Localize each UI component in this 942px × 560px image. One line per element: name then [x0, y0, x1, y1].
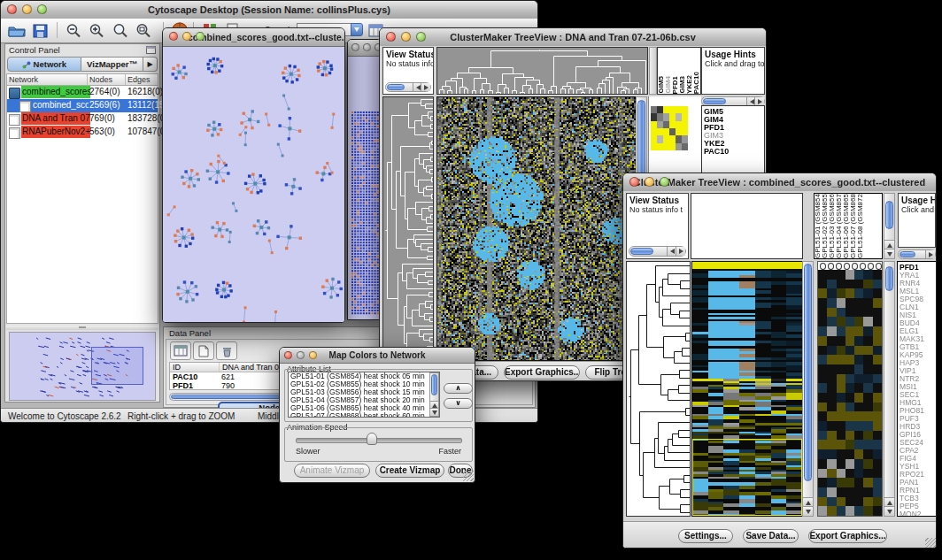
tv1-similarity-matrix[interactable] — [651, 106, 688, 150]
treeview1-title-bar[interactable]: ClusterMaker TreeView : DNA and Tran 07-… — [380, 28, 766, 47]
zoom-button[interactable] — [196, 32, 205, 41]
close-button[interactable] — [284, 351, 292, 359]
zoom-in-button[interactable] — [86, 21, 107, 40]
tab-vizmapper[interactable]: VizMapper™ — [81, 57, 143, 72]
network-overview-canvas[interactable] — [10, 333, 155, 400]
scrollbar-thumb[interactable] — [387, 84, 405, 90]
tv1-left-dendrogram[interactable] — [382, 96, 434, 361]
attribute-list-item[interactable]: GPL51-07 (GSM868) heat shock 60 min — [290, 412, 439, 418]
close-button[interactable] — [629, 177, 639, 187]
network-overview-panel[interactable] — [9, 332, 156, 401]
zoom-selected-button[interactable] — [110, 21, 131, 40]
close-button[interactable] — [386, 32, 396, 42]
status-hint-zoom: Right-click + drag to ZOOM — [127, 411, 235, 421]
zoom-fit-button[interactable] — [133, 21, 154, 40]
main-title-bar[interactable]: Cytoscape Desktop (Session Name: collins… — [1, 1, 537, 19]
minimize-button[interactable] — [182, 32, 191, 41]
float-panel-icon[interactable] — [146, 46, 156, 54]
search-dropdown-button[interactable] — [351, 23, 363, 36]
move-up-button[interactable]: ∧ — [444, 383, 473, 394]
tv2-column-labels: GPL51-01 (GSM854)GPL51-02 (GSM855)GPL51-… — [814, 193, 883, 259]
close-button[interactable] — [7, 4, 17, 14]
select-attributes-button[interactable] — [170, 341, 191, 360]
tv2-status-scrollbar[interactable] — [629, 246, 686, 257]
delete-attribute-trash-button[interactable] — [216, 341, 237, 360]
gene-label[interactable]: MON2 — [900, 510, 937, 517]
save-button[interactable] — [29, 21, 50, 40]
scroll-down-icon[interactable] — [430, 408, 438, 416]
speed-slider-thumb[interactable] — [367, 433, 377, 445]
scroll-right-icon[interactable] — [676, 247, 685, 256]
tv2-top-scrollbar[interactable] — [884, 193, 895, 259]
tab-network[interactable]: Network — [7, 57, 81, 72]
scroll-right-icon[interactable] — [925, 250, 935, 258]
network-row[interactable]: combined_scores 2764(0) 16218(0) — [7, 86, 158, 99]
tv2-usage-hints-panel: Usage Hi Click and — [898, 193, 936, 248]
tv2-zoom-heatmap[interactable] — [818, 270, 882, 516]
network-window-title-bar[interactable]: combined_scores_good.txt--cluste... — [163, 28, 344, 47]
scroll-down-icon[interactable] — [803, 506, 813, 516]
treeview2-title-bar[interactable]: ClusterMaker TreeView : combined_scores_… — [623, 173, 936, 192]
minimize-button[interactable] — [297, 351, 305, 359]
minimize-button[interactable] — [363, 43, 371, 51]
zoom-button[interactable] — [309, 351, 317, 359]
tv2-top-dendrogram-panel[interactable] — [691, 193, 803, 259]
network-row[interactable]: RNAPuberNov2+ 563(0) 107847(0) — [7, 126, 158, 139]
open-file-button[interactable] — [6, 21, 27, 40]
zoom-button[interactable] — [660, 177, 669, 187]
tab-overflow-arrow[interactable]: ▶ — [143, 57, 158, 72]
document-icon — [19, 101, 31, 112]
network-row[interactable]: combined_sco 2569(6) 13112(15) — [7, 99, 158, 112]
close-button[interactable] — [169, 32, 178, 41]
zoom-button[interactable] — [37, 4, 47, 14]
resize-grip[interactable] — [463, 471, 474, 481]
tv1-heatmap[interactable] — [436, 96, 637, 361]
scrollbar-thumb[interactable] — [900, 251, 915, 257]
new-attribute-button[interactable] — [193, 341, 214, 360]
tv2-usage-scrollbar[interactable] — [898, 249, 936, 259]
scrollbar-thumb[interactable] — [885, 201, 893, 229]
zoom-out-button[interactable] — [63, 21, 84, 40]
tv2-left-dendrogram[interactable] — [626, 261, 691, 517]
scrollbar-thumb[interactable] — [431, 374, 437, 395]
gene-label[interactable]: PAC10 — [704, 148, 764, 156]
scroll-down-icon[interactable] — [884, 249, 894, 258]
status-welcome: Welcome to Cytoscape 2.6.2 — [8, 411, 121, 421]
minimize-button[interactable] — [645, 177, 654, 187]
resize-grip[interactable] — [925, 538, 936, 548]
scroll-down-icon[interactable] — [884, 506, 894, 516]
tv1-status-scrollbar[interactable] — [385, 82, 431, 92]
speed-slider-track[interactable] — [296, 438, 462, 443]
tv2-zoom-scrollbar[interactable] — [884, 261, 895, 517]
dialog-title-bar[interactable]: Map Colors to Network — [280, 348, 475, 364]
treeview2-title: ClusterMaker TreeView : combined_scores_… — [634, 177, 925, 188]
export-graphics-button[interactable]: Export Graphics... — [504, 365, 580, 380]
tv2-vertical-scrollbar[interactable] — [802, 261, 814, 517]
network-canvas-behind[interactable] — [348, 57, 381, 320]
tv1-mini-scrollbar[interactable] — [649, 47, 657, 95]
export-graphics-button[interactable]: Export Graphics... — [808, 529, 887, 543]
scrollbar-thumb[interactable] — [703, 98, 726, 104]
scroll-right-icon[interactable] — [421, 83, 430, 91]
scrollbar-thumb[interactable] — [630, 248, 653, 255]
minimize-button[interactable] — [401, 32, 411, 42]
create-vizmap-button[interactable]: Create Vizmap — [375, 464, 444, 478]
move-down-button[interactable]: ∨ — [444, 398, 473, 409]
save-data-button[interactable]: Save Data... — [743, 529, 799, 543]
toolbar-separator — [57, 22, 58, 38]
scroll-right-icon[interactable] — [754, 97, 764, 105]
settings-button[interactable]: Settings... — [678, 529, 733, 543]
scrollbar-thumb[interactable] — [804, 264, 812, 481]
scrollbar-thumb[interactable] — [885, 266, 893, 291]
zoom-button[interactable] — [416, 32, 426, 42]
attribute-list-scrollbar[interactable] — [429, 372, 439, 417]
network-row[interactable]: DNA and Tran 07 769(0) 183728(0) — [7, 112, 158, 126]
minimize-button[interactable] — [22, 4, 32, 14]
panel-splitter[interactable] — [6, 326, 158, 330]
tv1-top-dendrogram[interactable] — [436, 47, 648, 95]
network-canvas[interactable] — [163, 47, 344, 323]
behind-window-title-bar[interactable] — [348, 40, 381, 57]
animate-vizmap-button[interactable]: Animate Vizmap — [294, 464, 370, 478]
close-button[interactable] — [351, 43, 359, 51]
tv2-heatmap[interactable] — [691, 261, 803, 517]
